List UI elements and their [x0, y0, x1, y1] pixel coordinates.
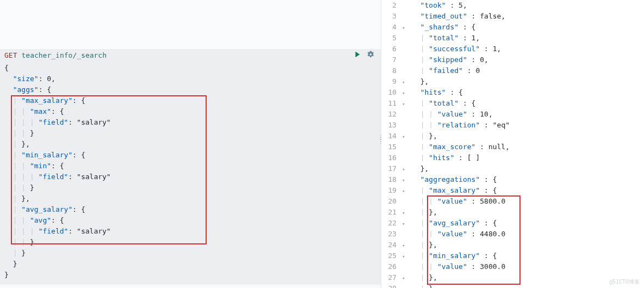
- code-line: | }: [412, 283, 510, 288]
- request-actions: [354, 51, 374, 60]
- code-line: },: [412, 76, 510, 87]
- gutter-line: 18 ▾: [381, 174, 406, 185]
- gutter-line: 13: [381, 120, 406, 131]
- code-line: | "min_salary": {: [4, 150, 376, 161]
- code-line: | "failed" : 0: [412, 65, 510, 76]
- gutter-line: 11 ▾: [381, 98, 406, 109]
- gutter-line: 25 ▾: [381, 250, 406, 261]
- code-line: | },: [4, 139, 376, 150]
- gutter-line: 7: [381, 54, 406, 65]
- gutter-line: 22 ▾: [381, 218, 406, 229]
- request-body-editor[interactable]: { "size": 0, "aggs": { | "max_salary": {…: [0, 62, 381, 285]
- gutter-line: 23: [381, 229, 406, 240]
- code-line: | },: [4, 193, 376, 204]
- gutter-line: 3: [381, 11, 406, 22]
- code-line: | "max_salary" : {: [412, 185, 510, 196]
- code-line: },: [412, 163, 510, 174]
- code-line: | "max_salary": {: [4, 95, 376, 106]
- code-line: | | "min": {: [4, 161, 376, 171]
- code-line: | }: [4, 248, 376, 259]
- line-gutter: 2 3 4 ▾5 6 7 8 9 ▾10 ▾11 ▾12 13 14 ▾15 1…: [381, 0, 412, 288]
- code-line: | "min_salary" : {: [412, 250, 510, 261]
- code-line: | | "relation" : "eq": [412, 120, 510, 131]
- request-endpoint[interactable]: teacher_info/_search: [21, 51, 107, 59]
- gutter-line: 20: [381, 196, 406, 207]
- gutter-line: 28: [381, 283, 406, 288]
- code-line: | "total" : {: [412, 98, 510, 109]
- gutter-line: 6: [381, 44, 406, 54]
- code-line: | | }: [4, 182, 376, 193]
- code-line: | | | "field": "salary": [4, 171, 376, 182]
- gutter-line: 21 ▾: [381, 207, 406, 218]
- code-line: | | "value" : 10,: [412, 109, 510, 120]
- code-line: "aggs": {: [4, 84, 376, 95]
- response-viewer-pane: ⋮⋮⋮ 2 3 4 ▾5 6 7 8 9 ▾10 ▾11 ▾12 13 14 ▾…: [381, 0, 644, 288]
- code-line: | },: [412, 131, 510, 142]
- code-line: | | "avg": {: [4, 215, 376, 226]
- gutter-line: 17 ▾: [381, 163, 406, 174]
- code-line: | | }: [4, 128, 376, 139]
- http-method: GET: [4, 51, 17, 59]
- gutter-line: 2: [381, 0, 406, 11]
- gutter-line: 19 ▾: [381, 185, 406, 196]
- gutter-line: 8: [381, 65, 406, 76]
- code-line: | "hits" : [ ]: [412, 152, 510, 163]
- gutter-line: 5: [381, 33, 406, 44]
- code-line: "hits" : {: [412, 87, 510, 98]
- code-line: | | "value" : 3000.0: [412, 261, 510, 272]
- gutter-line: 26: [381, 261, 406, 272]
- watermark: @51CTO博客: [609, 278, 640, 286]
- code-line: | "avg_salary": {: [4, 204, 376, 215]
- gutter-line: 14 ▾: [381, 131, 406, 142]
- gutter-line: 16: [381, 152, 406, 163]
- settings-icon[interactable]: [367, 51, 374, 60]
- code-line: "aggregations" : {: [412, 174, 510, 185]
- code-line: | | | "field": "salary": [4, 117, 376, 128]
- gutter-line: 15: [381, 142, 406, 152]
- code-line: }: [4, 269, 376, 280]
- code-line: | | "value" : 4480.0: [412, 229, 510, 240]
- response-body[interactable]: 2 3 4 ▾5 6 7 8 9 ▾10 ▾11 ▾12 13 14 ▾15 1…: [381, 0, 644, 288]
- gutter-line: 10 ▾: [381, 87, 406, 98]
- code-line: | | "max": {: [4, 106, 376, 117]
- code-line: "_shards" : {: [412, 22, 510, 33]
- gutter-line: 24 ▾: [381, 240, 406, 250]
- response-lines: "took" : 5, "timed_out" : false, "_shard…: [412, 0, 510, 288]
- code-line: | },: [412, 240, 510, 250]
- code-line: | "max_score" : null,: [412, 142, 510, 152]
- gutter-line: 27 ▾: [381, 272, 406, 283]
- code-line: | "skipped" : 0,: [412, 54, 510, 65]
- code-line: | | }: [4, 237, 376, 248]
- code-line: | | | "field": "salary": [4, 226, 376, 237]
- pane-drag-handle-icon[interactable]: ⋮⋮⋮: [378, 136, 383, 143]
- request-editor-pane: GET teacher_info/_search { "size": 0, "a…: [0, 0, 381, 288]
- code-line: "size": 0,: [4, 73, 376, 84]
- code-line: "timed_out" : false,: [412, 11, 510, 22]
- code-line: | "successful" : 1,: [412, 44, 510, 54]
- code-line: | | "value" : 5800.0: [412, 196, 510, 207]
- gutter-line: 12: [381, 109, 406, 120]
- code-line: "took" : 5,: [412, 0, 510, 11]
- code-line: | },: [412, 272, 510, 283]
- gutter-line: 9 ▾: [381, 76, 406, 87]
- code-line: | "total" : 1,: [412, 33, 510, 44]
- code-line: | },: [412, 207, 510, 218]
- code-line: {: [4, 63, 376, 73]
- code-line: | "avg_salary" : {: [412, 218, 510, 229]
- gutter-line: 4 ▾: [381, 22, 406, 33]
- run-icon[interactable]: [354, 51, 361, 60]
- request-bar: GET teacher_info/_search: [0, 49, 381, 62]
- code-line: }: [4, 259, 376, 269]
